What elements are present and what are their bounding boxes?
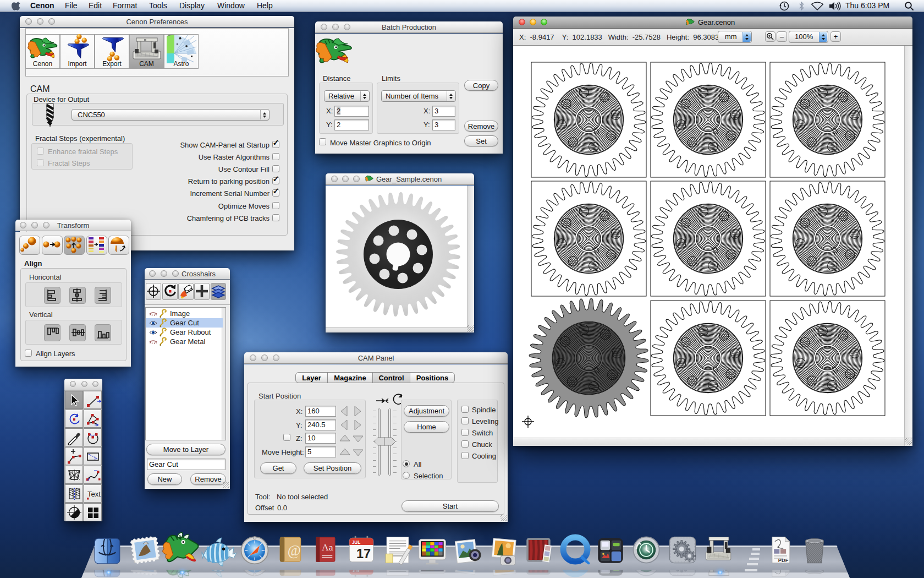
svg-text:JUL: JUL xyxy=(352,540,360,545)
svg-text:Text: Text xyxy=(87,490,101,498)
svg-text:Aa: Aa xyxy=(322,542,333,553)
svg-text:@: @ xyxy=(288,543,301,559)
svg-text:17: 17 xyxy=(356,547,371,561)
svg-text:Aa: Aa xyxy=(322,570,333,571)
svg-text:JUL: JUL xyxy=(352,570,360,572)
svg-text:PDF: PDF xyxy=(778,558,789,563)
svg-text:@: @ xyxy=(288,570,301,570)
